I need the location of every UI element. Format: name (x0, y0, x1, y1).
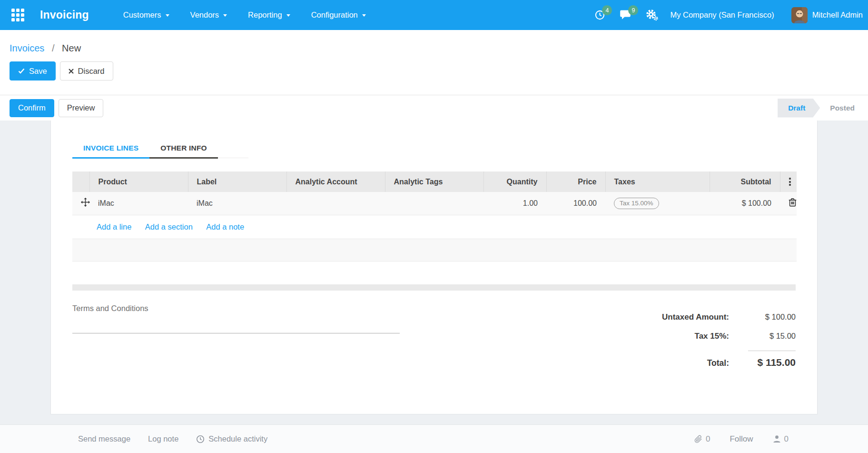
optional-columns-toggle[interactable] (780, 171, 797, 192)
chevron-down-icon (286, 14, 290, 17)
user-menu[interactable]: Mitchell Admin (812, 10, 863, 20)
cell-analytic-account[interactable] (286, 192, 385, 215)
terms-label: Terms and Conditions (72, 304, 400, 313)
cell-analytic-tags[interactable] (385, 192, 483, 215)
column-quantity[interactable]: Quantity (483, 171, 546, 192)
column-product[interactable]: Product (89, 171, 188, 192)
column-analytic-tags[interactable]: Analytic Tags (385, 171, 483, 192)
breadcrumb-invoices-link[interactable]: Invoices (10, 43, 44, 53)
company-switcher[interactable]: My Company (San Francisco) (670, 10, 774, 20)
column-label[interactable]: Label (188, 171, 286, 192)
horizontal-scrollbar[interactable] (72, 284, 796, 291)
followers-count: 0 (784, 434, 789, 444)
cell-quantity[interactable]: 1.00 (483, 192, 546, 215)
invoice-line-row[interactable]: iMac iMac 1.00 100.00 Tax 15.00% $ 100.0… (72, 192, 797, 215)
column-taxes[interactable]: Taxes (605, 171, 710, 192)
apps-grid-icon[interactable] (11, 9, 24, 21)
send-message-button[interactable]: Send message (78, 434, 130, 443)
menu-configuration[interactable]: Configuration (311, 10, 366, 20)
breadcrumb: Invoices / New (10, 43, 868, 54)
terms-group: Terms and Conditions (72, 304, 400, 378)
add-a-note-link[interactable]: Add a note (206, 222, 244, 231)
tab-invoice-lines[interactable]: INVOICE LINES (72, 144, 149, 159)
followers-button[interactable]: 0 (773, 434, 789, 444)
state-draft[interactable]: Draft (778, 99, 820, 118)
tax-value: $ 15.00 (733, 332, 796, 341)
settings-button[interactable] (646, 9, 658, 21)
attachments-button[interactable]: 0 (694, 434, 710, 444)
follow-button[interactable]: Follow (730, 434, 753, 444)
schedule-activity-button[interactable]: Schedule activity (196, 434, 267, 443)
menu-customers[interactable]: Customers (123, 10, 169, 20)
notebook-tabs: INVOICE LINES OTHER INFO (72, 144, 248, 158)
menu-vendors[interactable]: Vendors (190, 10, 227, 20)
column-price[interactable]: Price (546, 171, 605, 192)
discard-button[interactable]: Discard (60, 61, 113, 81)
log-note-button[interactable]: Log note (148, 434, 178, 443)
table-header-row: Product Label Analytic Account Analytic … (72, 171, 797, 192)
form-view-area: INVOICE LINES OTHER INFO Product Label A… (0, 121, 868, 424)
handle-column-header (72, 171, 89, 192)
invoice-sheet: INVOICE LINES OTHER INFO Product Label A… (50, 121, 818, 414)
state-posted[interactable]: Posted (830, 104, 855, 112)
add-a-line-link[interactable]: Add a line (97, 222, 131, 231)
tax-row: Tax 15%: $ 15.00 (662, 332, 796, 341)
delete-line-button[interactable] (780, 192, 797, 215)
add-links-row: Add a line Add a section Add a note (72, 215, 797, 239)
preview-button[interactable]: Preview (59, 99, 104, 117)
breadcrumb-current: New (62, 43, 81, 53)
total-row: Total: $ 115.00 (662, 357, 796, 368)
chevron-down-icon (362, 14, 366, 17)
cell-subtotal: $ 100.00 (710, 192, 780, 215)
terms-input[interactable] (72, 333, 400, 333)
sheet-footer: Terms and Conditions Untaxed Amount: $ 1… (72, 304, 796, 378)
statusbar: Confirm Preview Draft Posted (0, 95, 868, 121)
person-icon (773, 435, 781, 443)
avatar-image (791, 7, 808, 23)
activities-button[interactable]: 4 (594, 10, 605, 20)
tax-label: Tax 15%: (695, 332, 729, 341)
menu-reporting[interactable]: Reporting (248, 10, 290, 20)
column-analytic-account[interactable]: Analytic Account (286, 171, 385, 192)
activity-count-badge: 4 (602, 5, 612, 15)
cell-price[interactable]: 100.00 (546, 192, 605, 215)
attachments-count: 0 (706, 434, 710, 444)
tax-tag[interactable]: Tax 15.00% (614, 198, 659, 209)
total-label: Total: (707, 358, 729, 368)
chevron-down-icon (223, 14, 227, 17)
invoice-lines-table: Product Label Analytic Account Analytic … (72, 171, 797, 262)
breadcrumb-separator: / (52, 43, 55, 53)
clock-icon (196, 435, 205, 443)
totals-block: Untaxed Amount: $ 100.00 Tax 15%: $ 15.0… (662, 304, 796, 378)
state-stepper: Draft Posted (778, 99, 857, 118)
user-avatar[interactable] (791, 7, 808, 23)
gears-icon (646, 9, 658, 21)
cell-product[interactable]: iMac (89, 192, 188, 215)
total-value: $ 115.00 (733, 357, 796, 368)
cell-taxes[interactable]: Tax 15.00% (605, 192, 710, 215)
app-title[interactable]: Invoicing (40, 9, 89, 21)
untaxed-amount-value: $ 100.00 (733, 312, 796, 322)
messages-button[interactable]: 9 (620, 10, 631, 20)
total-separator (748, 351, 796, 351)
paperclip-icon (694, 435, 702, 443)
drag-handle[interactable] (72, 192, 89, 215)
trash-icon (789, 198, 797, 207)
close-icon (69, 69, 74, 74)
tab-other-info[interactable]: OTHER INFO (149, 144, 218, 159)
check-icon (18, 68, 25, 74)
add-a-section-link[interactable]: Add a section (145, 222, 193, 231)
cell-label[interactable]: iMac (188, 192, 286, 215)
control-panel: Invoices / New Save Discard (0, 30, 868, 95)
chatter-right: 0 Follow 0 (694, 434, 789, 444)
chevron-down-icon (166, 14, 169, 17)
chatter-bar: Send message Log note Schedule activity … (0, 424, 868, 453)
column-subtotal[interactable]: Subtotal (710, 171, 780, 192)
confirm-button[interactable]: Confirm (10, 99, 54, 117)
top-navbar: Invoicing Customers Vendors Reporting Co… (0, 0, 868, 30)
form-buttons: Save Discard (10, 61, 868, 81)
message-count-badge: 9 (628, 5, 638, 15)
untaxed-amount-label: Untaxed Amount: (662, 312, 729, 322)
save-button[interactable]: Save (10, 61, 56, 81)
move-icon (81, 198, 90, 207)
